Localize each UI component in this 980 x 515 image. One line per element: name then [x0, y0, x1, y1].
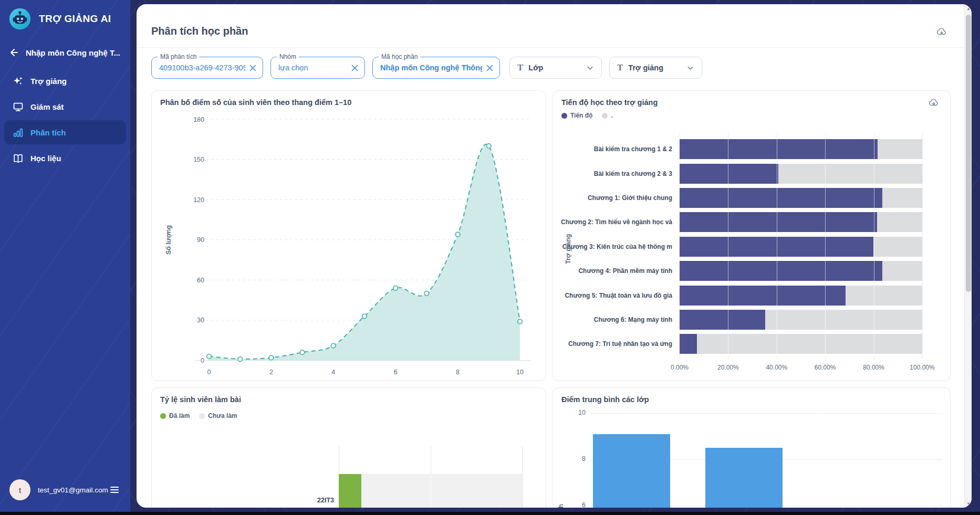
legend-item[interactable]: Tiến độ — [561, 112, 592, 119]
progress-track — [680, 237, 922, 257]
filter-chip-label: Nhóm — [277, 53, 299, 60]
avatar: t — [9, 479, 30, 500]
progress-track — [680, 212, 922, 232]
table-row: Chương 1: Giới thiệu chung — [553, 186, 950, 210]
sidebar-item-phân-tích[interactable]: Phân tích — [4, 120, 126, 144]
category-label: Bài kiểm tra chương 2 & 3 — [553, 170, 677, 177]
legend-item[interactable]: Đã làm — [160, 412, 190, 419]
progress-track — [680, 261, 922, 281]
close-icon[interactable] — [486, 65, 493, 71]
sidebar-item-trợ-giảng[interactable]: Trợ giảng — [4, 69, 126, 93]
bar-chart-icon — [13, 127, 24, 138]
sidebar: TRỢ GIẢNG AI Nhập môn Công nghệ T... Trợ… — [0, 0, 130, 512]
progress-fill — [680, 334, 697, 354]
gridline-overlay — [431, 474, 431, 508]
text-filter-icon: T — [517, 62, 523, 73]
legend-dot — [561, 113, 567, 119]
svg-text:10: 10 — [516, 369, 524, 376]
progress-fill — [680, 188, 882, 208]
chevron-down-icon — [586, 64, 594, 72]
svg-text:0: 0 — [207, 369, 211, 376]
y-axis-label: Điểm trung bình — [557, 504, 565, 508]
filter-chip-2[interactable]: Nhómlựa chọn — [270, 57, 365, 79]
svg-text:120: 120 — [193, 196, 204, 204]
close-icon[interactable] — [351, 65, 358, 71]
table-row: Chương 6: Mạng máy tính — [553, 308, 950, 332]
bottom-strip — [0, 512, 980, 515]
bar-segment-done — [339, 474, 361, 508]
progress-fill — [680, 212, 877, 232]
user-account-row[interactable]: t test_gv01@gmail.com — [4, 477, 126, 503]
scrollbar-thumb[interactable] — [966, 15, 971, 292]
filter-chip-3[interactable]: Mã học phầnNhập môn Công nghệ Thông ... — [372, 57, 500, 79]
sidebar-item-label: Trợ giảng — [30, 77, 67, 86]
svg-text:90: 90 — [197, 236, 204, 244]
progress-track — [680, 139, 922, 159]
progress-track — [680, 286, 922, 306]
legend-label: Đã làm — [169, 412, 190, 419]
legend-label: Tiến độ — [570, 112, 592, 119]
category-label: Chương 5: Thuật toán và lưu đồ giả — [553, 292, 677, 299]
filter-dropdown-trợ-giảng[interactable]: TTrợ giảng — [609, 57, 702, 79]
progress-fill — [680, 164, 778, 184]
svg-text:150: 150 — [193, 156, 204, 163]
gridline-overlay — [825, 137, 826, 356]
table-row: Chương 7: Trí tuệ nhân tạo và ứng — [553, 332, 950, 356]
app-root: TRỢ GIẢNG AI Nhập môn Công nghệ T... Trợ… — [0, 0, 980, 512]
close-icon[interactable] — [249, 65, 256, 71]
sidebar-item-học-liệu[interactable]: Học liệu — [4, 146, 126, 170]
download-report-button[interactable] — [936, 26, 947, 40]
sidebar-nav: Trợ giảngGiám sátPhân tíchHọc liệu — [0, 67, 130, 172]
brand-title: TRỢ GIẢNG AI — [39, 13, 111, 25]
download-chart-button[interactable] — [928, 97, 940, 111]
x-tick-label: 60.00% — [815, 364, 836, 371]
filter-chip-value: Nhập môn Công nghệ Thông ... — [380, 64, 482, 72]
user-menu-icon[interactable] — [108, 485, 121, 495]
chevron-down-icon — [686, 64, 694, 72]
table-row: Chương 2: Tìm hiểu về ngành học và — [553, 210, 950, 234]
gridline-overlay — [728, 137, 728, 356]
sidebar-item-label: Học liệu — [30, 154, 61, 163]
filter-chip-value: 409100b3-a269-4273-909 — [159, 64, 245, 72]
table-row: Chương 5: Thuật toán và lưu đồ giả — [553, 283, 950, 307]
sidebar-item-label: Phân tích — [30, 128, 66, 137]
legend-dot — [602, 113, 608, 119]
x-tick-label: 80.00% — [863, 364, 884, 371]
svg-text:8: 8 — [456, 369, 460, 376]
category-label: Chương 6: Mạng máy tính — [553, 316, 677, 323]
table-row: Bài kiểm tra chương 2 & 3 — [553, 161, 950, 185]
x-tick-label: 0.00% — [671, 364, 689, 371]
legend-item[interactable]: . — [602, 112, 612, 119]
sidebar-item-label: Giám sát — [30, 102, 64, 111]
table-row: Chương 3: Kiến trúc của hệ thống m — [553, 235, 950, 259]
legend-label: Chưa làm — [208, 412, 237, 419]
legend-item[interactable]: Chưa làm — [199, 412, 237, 419]
x-tick-label: 100.00% — [910, 364, 934, 371]
text-filter-icon: T — [617, 62, 623, 73]
vertical-scrollbar[interactable]: ▲ ▼ — [964, 4, 972, 508]
filter-chip-1[interactable]: Mã phân tích409100b3-a269-4273-909 — [151, 57, 263, 79]
filter-row: Mã phân tích409100b3-a269-4273-909Nhómlự… — [151, 57, 710, 79]
class-average-bar — [705, 448, 783, 508]
scroll-up-arrow[interactable]: ▲ — [965, 4, 972, 13]
robot-logo-icon — [8, 7, 32, 30]
page-title: Phân tích học phần — [151, 25, 248, 37]
x-tick-label: 20.00% — [717, 364, 739, 371]
chart-title: Điểm trung bình các lớp — [561, 395, 649, 404]
sidebar-item-giám-sát[interactable]: Giám sát — [4, 94, 126, 119]
submission-rate-chart-panel: Tỷ lệ sinh viên làm bài Đã làmChưa làm22… — [151, 387, 546, 508]
progress-track — [680, 164, 922, 184]
back-button[interactable]: Nhập môn Công nghệ T... — [0, 43, 130, 62]
chart-legend: Tiến độ. — [561, 112, 613, 119]
chart-title: Tỷ lệ sinh viên làm bài — [160, 395, 241, 404]
bar-segment-notdone — [361, 474, 522, 508]
progress-fill — [680, 261, 882, 281]
category-label: Chương 2: Tìm hiểu về ngành học và — [553, 218, 677, 226]
svg-text:Số lượng: Số lượng — [165, 225, 172, 255]
dropdown-label: Lớp — [528, 64, 543, 72]
progress-track — [680, 188, 922, 208]
filter-dropdown-lớp[interactable]: TLớp — [509, 57, 602, 79]
category-label: Chương 7: Trí tuệ nhân tạo và ứng — [553, 340, 677, 348]
scroll-down-arrow[interactable]: ▼ — [965, 499, 972, 508]
chart-title: Tiến độ học theo trợ giảng — [561, 98, 658, 107]
